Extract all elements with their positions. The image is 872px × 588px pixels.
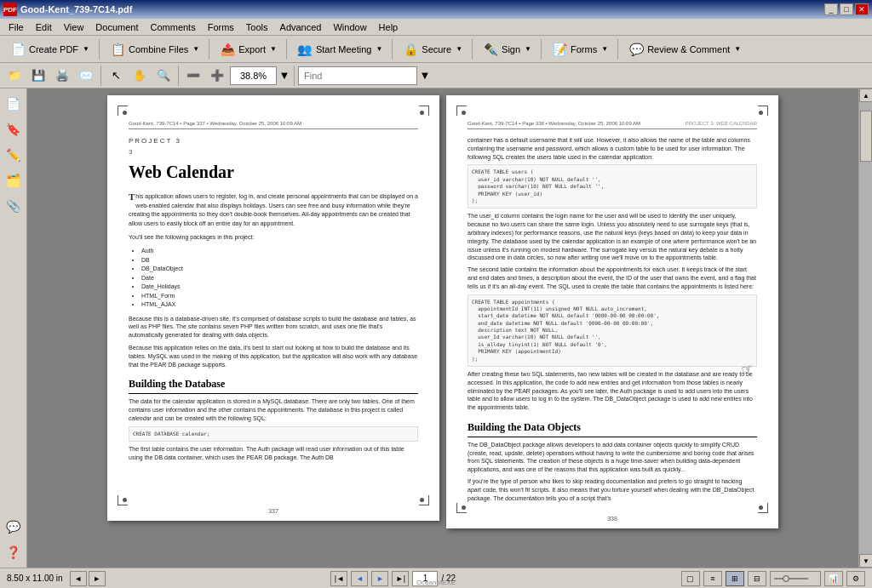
- dot-bl: [123, 498, 127, 502]
- close-button[interactable]: ✕: [855, 3, 869, 15]
- export-button[interactable]: 📤 Export ▼: [213, 38, 283, 60]
- find-options-button[interactable]: ▼: [419, 66, 431, 86]
- sign-button[interactable]: ✒️ Sign ▼: [476, 38, 537, 60]
- sep-t2-1: [100, 66, 101, 86]
- open-file-button[interactable]: 📁: [3, 66, 26, 86]
- secure-dropdown[interactable]: ▼: [456, 45, 462, 53]
- dot-tl: [123, 111, 127, 115]
- menu-view[interactable]: View: [59, 20, 89, 34]
- continuous-view[interactable]: ≡: [703, 571, 722, 586]
- status-left: 8.50 x 11.00 in ◄ ►: [7, 571, 106, 586]
- scroll-thumb[interactable]: [860, 111, 872, 162]
- pdf-page-right: Good-Kent, 739-7C14 • Page 338 • Wednesd…: [446, 95, 778, 528]
- secondary-toolbar: 📁 💾 🖨️ ✉️ ↖ ✋ 🔍 ➖ ➕ 38.8% ▼ ▼: [0, 63, 872, 88]
- menu-help[interactable]: Help: [374, 20, 404, 34]
- intro-text: This application allows users to registe…: [129, 192, 418, 228]
- export-label: Export: [238, 44, 266, 54]
- right-page-content: container has a default username that it…: [468, 136, 757, 502]
- status-right: ▢ ≡ ⊞ ⊟ 📊 ⚙: [681, 571, 865, 586]
- hand-tool-button[interactable]: ✋: [129, 66, 151, 86]
- menu-document[interactable]: Document: [90, 20, 143, 34]
- combine-dropdown[interactable]: ▼: [192, 45, 199, 53]
- find-input[interactable]: [298, 66, 417, 85]
- review-dropdown[interactable]: ▼: [734, 45, 741, 53]
- scroll-right-button[interactable]: ►: [89, 571, 106, 586]
- sidebar-help-icon[interactable]: ❓: [2, 540, 26, 564]
- sidebar-bookmarks-icon[interactable]: 🔖: [2, 117, 26, 141]
- sidebar-signatures-icon[interactable]: ✏️: [2, 143, 26, 167]
- bullet-auth: Auth: [141, 247, 418, 256]
- start-meeting-button[interactable]: 👥 Start Meeting ▼: [290, 38, 388, 60]
- zoom-select-button[interactable]: 🔍: [152, 66, 175, 86]
- forms-dropdown[interactable]: ▼: [601, 45, 608, 53]
- dot-tr-r: [759, 111, 763, 115]
- menu-edit[interactable]: Edit: [31, 20, 57, 34]
- first-page-button[interactable]: |◄: [330, 571, 347, 586]
- project-label: PROJECT 3: [129, 136, 418, 146]
- window-title: Good-Kent_739-7C14.pdf: [20, 4, 132, 14]
- email-button[interactable]: ✉️: [75, 66, 97, 86]
- combine-files-button[interactable]: 📋 Combine Files ▼: [103, 38, 205, 60]
- combine-icon: 📋: [109, 41, 126, 58]
- sidebar-pages-icon[interactable]: 📄: [2, 92, 26, 116]
- bullet-db: DB: [141, 256, 418, 265]
- zoom-in-button[interactable]: ➕: [206, 66, 228, 86]
- minimize-button[interactable]: _: [824, 3, 838, 15]
- meeting-dropdown[interactable]: ▼: [376, 45, 382, 53]
- review-comment-button[interactable]: 💬 Review & Comment ▼: [622, 38, 747, 60]
- right-body1: container has a default username that it…: [468, 136, 757, 161]
- zoom-dropdown[interactable]: ▼: [278, 66, 290, 86]
- save-button[interactable]: 💾: [27, 66, 49, 86]
- menu-tools[interactable]: Tools: [241, 20, 273, 34]
- left-page-header: Good-Kent, 739-7C14 • Page 337 • Wednesd…: [129, 121, 418, 129]
- pdf-area: Good-Kent, 739-7C14 • Page 337 • Wednesd…: [27, 88, 858, 568]
- right-header-text: Good-Kent, 739-7C14 • Page 338 • Wednesd…: [468, 121, 640, 126]
- create-pdf-dropdown[interactable]: ▼: [83, 45, 89, 53]
- scroll-down-button[interactable]: ▼: [859, 554, 872, 568]
- right-scrollbar: ▲ ▼: [858, 88, 872, 568]
- menu-window[interactable]: Window: [328, 20, 371, 34]
- properties-button[interactable]: ⚙: [846, 571, 865, 586]
- sidebar-attachments-icon[interactable]: 📎: [2, 194, 26, 218]
- separator-1: [99, 39, 100, 60]
- next-page-button[interactable]: ►: [371, 571, 388, 586]
- right-page-header: Good-Kent, 739-7C14 • Page 338 • Wednesd…: [468, 121, 757, 129]
- sidebar-layers-icon[interactable]: 🗂️: [2, 168, 26, 192]
- maximize-button[interactable]: □: [840, 3, 853, 15]
- separator-7: [617, 39, 618, 60]
- page-title: Web Calendar: [129, 160, 418, 184]
- menu-file[interactable]: File: [3, 20, 29, 34]
- secure-button[interactable]: 🔒 Secure ▼: [396, 38, 468, 60]
- menu-advanced[interactable]: Advanced: [275, 20, 327, 34]
- prev-page-button[interactable]: ◄: [351, 571, 368, 586]
- select-tool-button[interactable]: ↖: [105, 66, 127, 86]
- zoom-out-button[interactable]: ➖: [182, 66, 204, 86]
- body3-text: Because this application relies on the d…: [129, 344, 418, 368]
- section2-heading: Building the Data Objects: [468, 420, 757, 437]
- export-icon: 📤: [219, 41, 236, 58]
- two-page-continuous-view[interactable]: ⊟: [748, 571, 766, 586]
- forms-button[interactable]: 📝 Forms ▼: [545, 38, 614, 60]
- separator-2: [209, 39, 209, 60]
- menu-comments[interactable]: Comments: [146, 20, 201, 34]
- sep-t2-3: [294, 66, 295, 86]
- sign-dropdown[interactable]: ▼: [525, 45, 531, 53]
- two-page-view[interactable]: ⊞: [726, 571, 744, 586]
- scroll-up-button[interactable]: ▲: [859, 88, 872, 102]
- zoom-slider[interactable]: [770, 571, 821, 586]
- print-button[interactable]: 🖨️: [51, 66, 73, 86]
- zoom-input[interactable]: 38.8%: [230, 66, 277, 85]
- section1-body: The data for the calendar application is…: [129, 397, 418, 422]
- last-page-button[interactable]: ►|: [392, 571, 409, 586]
- scroll-left-button[interactable]: ◄: [70, 571, 87, 586]
- section1-heading: Building the Database: [129, 377, 418, 394]
- title-left: PDF Good-Kent_739-7C14.pdf: [3, 3, 132, 16]
- create-pdf-button[interactable]: 📄 Create PDF ▼: [3, 38, 95, 60]
- sep-t2-2: [178, 66, 179, 86]
- task-pane-button[interactable]: 📊: [824, 571, 843, 586]
- dot-tr: [420, 111, 424, 115]
- single-page-view[interactable]: ▢: [681, 571, 700, 586]
- menu-forms[interactable]: Forms: [203, 20, 239, 34]
- export-dropdown[interactable]: ▼: [270, 45, 277, 53]
- sidebar-comments-icon[interactable]: 💬: [2, 515, 26, 539]
